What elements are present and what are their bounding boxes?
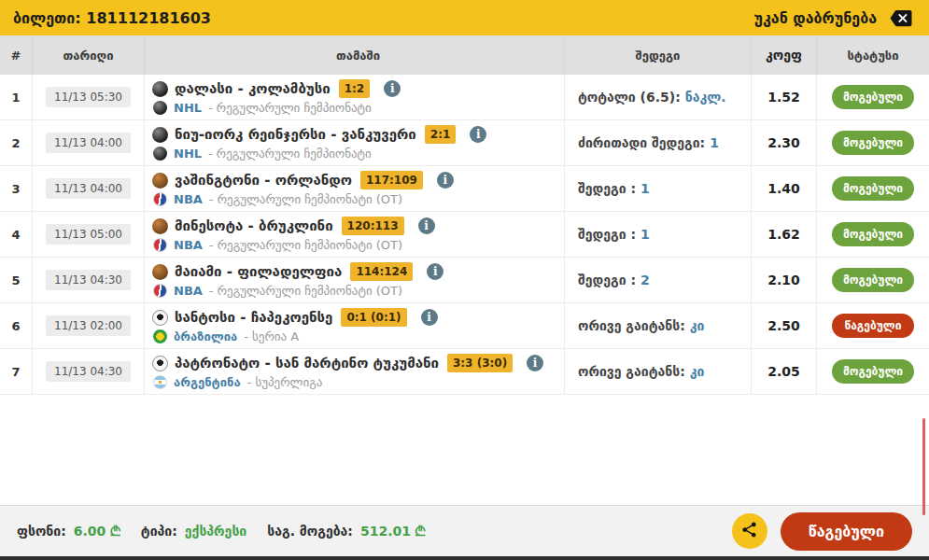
bet-pick[interactable]: 1 [710,135,719,150]
date-badge: 11/13 02:00 [46,315,131,336]
scrollbar-thumb[interactable] [922,418,925,515]
score-badge: 120:113 [342,217,404,235]
row-number: 1 [0,75,33,119]
result-cell: ტოტალი (6.5): ნაკლ. [565,75,752,119]
score-badge: 114:124 [350,262,413,281]
back-button[interactable]: უკან დაბრუნება [753,7,916,29]
row-date-cell: 11/13 04:30 [33,258,145,302]
bet-pick[interactable]: 2 [640,273,650,287]
league-name[interactable]: NHL [174,101,202,115]
column-header-game: თამაში [145,35,565,75]
ticket-status-button[interactable]: წაგებული [781,512,912,551]
status-badge: მოგებული [832,176,914,201]
info-icon[interactable]: i [421,309,438,326]
league-name[interactable]: NBA [174,238,203,252]
ticket-totals: ფსონი: 6.00 ₾ ტიპი: ექსპრესი საგ. მოგება… [17,524,426,539]
empty-area [0,395,929,505]
footer-actions: წაგებული [732,512,912,551]
status-badge: მოგებული [832,268,914,292]
odds-value: 1.40 [752,166,817,211]
status-cell: წაგებული [817,303,929,348]
odds-value: 1.62 [752,212,817,257]
match-teams: სანტოსი - ჩაპეკოენსე [175,309,332,326]
status-badge: მოგებული [832,359,914,384]
info-icon[interactable]: i [437,172,454,189]
table-row: 7 11/13 04:30 პატრონატო - სან მარტინო ტუ… [0,349,929,395]
date-badge: 11/13 05:30 [46,87,131,107]
row-number: 3 [0,166,33,211]
game-cell: დალასი - კოლამბუსი 1:2 i NHL - რეგულარულ… [145,75,565,119]
status-cell: მოგებული [817,75,929,119]
bet-pick[interactable]: 1 [640,227,650,242]
info-icon[interactable]: i [384,80,401,97]
status-badge: წაგებული [832,314,914,338]
bet-market: შედეგი : [565,181,636,196]
table-row: 1 11/13 05:30 დალასი - კოლამბუსი 1:2 i N… [0,75,929,120]
table-row: 6 11/13 02:00 სანტოსი - ჩაპეკოენსე 0:1 (… [0,303,929,349]
score-badge: 1:2 [339,79,371,98]
footer-bar: ფსონი: 6.00 ₾ ტიპი: ექსპრესი საგ. მოგება… [0,505,929,560]
bet-pick[interactable]: ნაკლ. [685,90,726,105]
league-name[interactable]: NBA [174,284,203,298]
date-badge: 11/13 04:00 [46,133,131,153]
game-cell: სანტოსი - ჩაპეკოენსე 0:1 (0:1) i ბრაზილი… [145,303,565,348]
result-cell: შედეგი : 1 [565,212,752,257]
column-header-date: თარიღი [33,35,145,75]
league-name[interactable]: ბრაზილია [174,329,237,343]
sport-icon [152,356,168,371]
type-label: ტიპი: [141,524,177,539]
bet-market: შედეგი : [565,273,636,287]
column-header-odds: კოეფ [752,35,817,75]
game-cell: ვაშინგტონი - ორლანდო 117:109 i NBA - რეგ… [145,166,565,211]
share-button[interactable] [732,513,767,549]
odds-value: 2.50 [752,303,817,348]
info-icon[interactable]: i [427,263,443,280]
date-badge: 11/13 05:00 [46,224,131,245]
bet-market: ტოტალი (6.5): [565,90,681,105]
bet-market: შედეგი : [565,227,636,242]
bet-market: ორივე გაიტანს: [565,364,685,379]
bet-pick[interactable]: კი [690,364,705,379]
league-name[interactable]: NBA [174,192,203,206]
ticket-page: ბილეთი: 181112181603 უკან დაბრუნება # თა… [0,0,929,560]
score-badge: 0:1 (0:1) [341,308,406,327]
game-cell: ნიუ-იორკ რეინჯერსი - ვანკუვერი 2:1 i NHL… [145,120,565,165]
column-header-num: # [0,35,33,75]
league-name[interactable]: არგენტინა [174,375,241,389]
row-date-cell: 11/13 05:00 [33,212,145,257]
match-teams: დალასი - კოლამბუსი [175,80,331,97]
result-cell: შედეგი : 1 [565,166,752,211]
info-icon[interactable]: i [527,355,543,371]
league-detail: - რეგულარული ჩემპიონატი (OT) [209,192,402,206]
ticket-title: ბილეთი: 181112181603 [13,9,211,27]
bet-market: ძირითადი შედეგი: [565,135,705,150]
league-icon [153,238,167,252]
league-detail: - რეგულარული ჩემპიონატი [208,147,372,161]
row-date-cell: 11/13 02:00 [33,303,145,348]
bets-table: 1 11/13 05:30 დალასი - კოლამბუსი 1:2 i N… [0,75,929,395]
topbar: ბილეთი: 181112181603 უკან დაბრუნება [0,0,929,35]
status-cell: მოგებული [817,258,929,302]
status-badge: მოგებული [832,131,914,155]
game-cell: მაიამი - ფილადელფია 114:124 i NBA - რეგუ… [145,258,565,302]
type-pair: ტიპი: ექსპრესი [141,524,246,539]
row-date-cell: 11/13 04:00 [33,120,145,165]
sport-icon [152,173,168,189]
score-badge: 3:3 (3:0) [447,354,513,372]
league-detail: - რეგულარული ჩემპიონატი (OT) [209,284,402,298]
info-icon[interactable]: i [470,126,486,143]
league-name[interactable]: NHL [174,147,202,161]
info-icon[interactable]: i [418,217,435,234]
table-row: 4 11/13 05:00 მინესოტა - ბრუკლინი 120:11… [0,212,929,258]
bet-pick[interactable]: კი [690,318,705,333]
status-badge: მოგებული [832,222,914,246]
score-badge: 2:1 [425,125,457,144]
bet-pick[interactable]: 1 [640,181,650,196]
odds-value: 2.10 [752,258,817,302]
payout-label: საგ. მოგება: [267,524,353,539]
row-number: 2 [0,120,33,165]
row-date-cell: 11/13 04:00 [33,166,145,211]
table-row: 3 11/13 04:00 ვაშინგტონი - ორლანდო 117:1… [0,166,929,212]
status-badge: მოგებული [832,85,914,109]
match-teams: ნიუ-იორკ რეინჯერსი - ვანკუვერი [175,126,416,143]
